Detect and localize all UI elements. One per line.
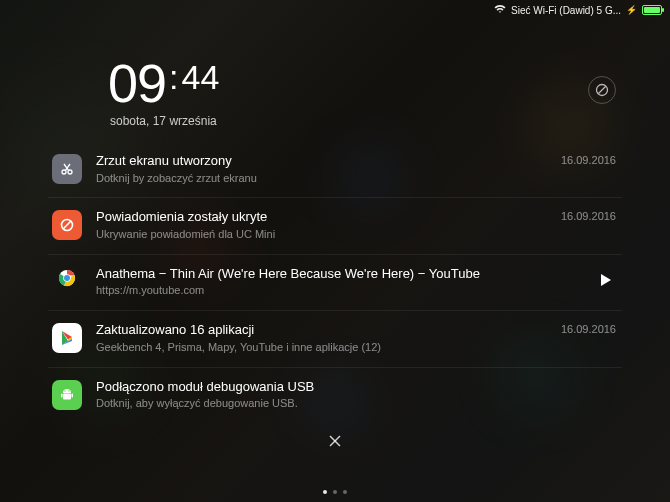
notification-subtitle: Geekbench 4, Prisma, Mapy, YouTube i inn… bbox=[96, 340, 618, 355]
notification-subtitle: Dotknij, aby wyłączyć debugowanie USB. bbox=[96, 396, 618, 411]
svg-point-13 bbox=[68, 390, 69, 391]
svg-rect-10 bbox=[61, 393, 63, 397]
block-icon bbox=[52, 210, 82, 240]
notification-title: Zaktualizowano 16 aplikacji bbox=[96, 321, 618, 339]
notification-date: 16.09.2016 bbox=[561, 154, 616, 166]
notification-title: Podłączono moduł debugowania USB bbox=[96, 378, 618, 396]
notification-date: 16.09.2016 bbox=[561, 323, 616, 335]
status-bar: Sieć Wi-Fi (Dawid) 5 G... ⚡ bbox=[0, 0, 670, 18]
notification-item[interactable]: Podłączono moduł debugowania USB Dotknij… bbox=[48, 368, 622, 423]
android-icon bbox=[52, 380, 82, 410]
svg-line-1 bbox=[599, 87, 606, 94]
svg-point-8 bbox=[64, 275, 70, 281]
svg-rect-9 bbox=[63, 393, 71, 399]
svg-rect-11 bbox=[72, 393, 74, 397]
wifi-label: Sieć Wi-Fi (Dawid) 5 G... bbox=[511, 5, 621, 16]
notification-item[interactable]: Zaktualizowano 16 aplikacji Geekbench 4,… bbox=[48, 311, 622, 367]
notification-item[interactable]: Anathema − Thin Air (We're Here Because … bbox=[48, 255, 622, 311]
playstore-icon bbox=[52, 323, 82, 353]
notification-item[interactable]: Zrzut ekranu utworzony Dotknij by zobacz… bbox=[48, 142, 622, 198]
chrome-icon bbox=[52, 265, 82, 287]
clock-minutes: 44 bbox=[182, 60, 220, 94]
charging-icon: ⚡ bbox=[626, 5, 637, 15]
notification-title: Zrzut ekranu utworzony bbox=[96, 152, 618, 170]
battery-icon bbox=[642, 5, 662, 15]
svg-line-5 bbox=[63, 222, 70, 229]
scissors-icon bbox=[52, 154, 82, 184]
notification-item[interactable]: Powiadomienia zostały ukryte Ukrywanie p… bbox=[48, 198, 622, 254]
clock-hours: 09 bbox=[108, 56, 166, 110]
svg-point-12 bbox=[64, 390, 65, 391]
notification-list: Zrzut ekranu utworzony Dotknij by zobacz… bbox=[0, 142, 670, 423]
do-not-disturb-button[interactable] bbox=[588, 76, 616, 104]
date-label: sobota, 17 września bbox=[0, 114, 670, 128]
notification-date: 16.09.2016 bbox=[561, 210, 616, 222]
notification-title: Anathema − Thin Air (We're Here Because … bbox=[96, 265, 618, 283]
clear-all-button[interactable] bbox=[325, 431, 345, 455]
clock: 09 : 44 bbox=[108, 56, 219, 110]
notification-subtitle: Ukrywanie powiadomień dla UC Mini bbox=[96, 227, 618, 242]
notification-subtitle: Dotknij by zobaczyć zrzut ekranu bbox=[96, 171, 618, 186]
page-indicator[interactable] bbox=[323, 490, 347, 494]
wifi-icon bbox=[494, 4, 506, 16]
play-button[interactable] bbox=[600, 273, 612, 291]
notification-title: Powiadomienia zostały ukryte bbox=[96, 208, 618, 226]
notification-subtitle: https://m.youtube.com bbox=[96, 283, 618, 298]
